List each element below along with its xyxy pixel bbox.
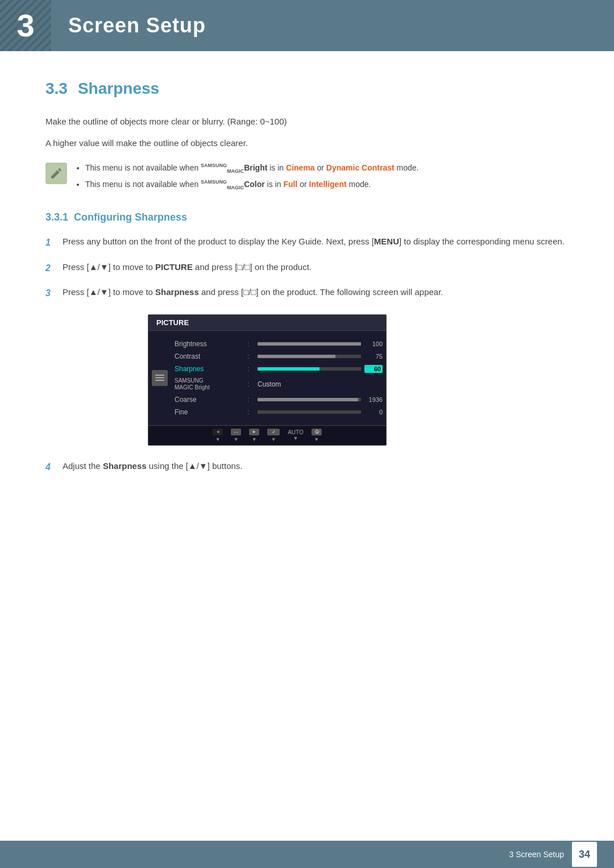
- osd-bar-magic-bright: Custom: [258, 380, 383, 388]
- intro-paragraph-1: Make the outline of objects more clear o…: [45, 115, 569, 128]
- osd-track-brightness: [258, 342, 361, 346]
- steps-list-2: 4 Adjust the Sharpness using the [▲/▼] b…: [45, 459, 569, 475]
- osd-label-fine: Fine: [175, 408, 243, 416]
- chapter-number-box: 3: [0, 0, 51, 51]
- osd-value-contrast: 75: [364, 353, 383, 360]
- footer-page-number: 34: [572, 842, 597, 867]
- osd-fill-contrast: [258, 355, 335, 358]
- svg-rect-2: [155, 380, 164, 381]
- subsection-number: 3.3.1: [45, 211, 68, 223]
- osd-track-contrast: [258, 355, 361, 358]
- osd-minus-icon: —: [231, 429, 241, 435]
- osd-bar-sharpness: 60: [258, 365, 383, 373]
- osd-bar-contrast: 75: [258, 353, 383, 360]
- osd-left-icon: [148, 335, 171, 421]
- osd-plus-icon: ►: [249, 429, 259, 435]
- step-4: 4 Adjust the Sharpness using the [▲/▼] b…: [45, 459, 569, 475]
- section-heading: 3.3 Sharpness: [45, 80, 569, 98]
- osd-body: Brightness : 100 Contrast :: [148, 331, 386, 425]
- osd-value-fine: 0: [364, 409, 383, 416]
- osd-btn-back: ◄ ▼: [213, 429, 223, 442]
- osd-enter-icon: ↲: [267, 429, 280, 435]
- chapter-number: 3: [16, 10, 34, 41]
- step-2: 2 Press [▲/▼] to move to PICTURE and pre…: [45, 260, 569, 276]
- osd-text-magic-bright: Custom: [258, 380, 281, 388]
- osd-row-contrast: Contrast : 75: [175, 350, 383, 363]
- svg-rect-0: [155, 375, 164, 376]
- note-icon: [45, 163, 67, 184]
- osd-power-icon: ⏻: [312, 429, 322, 435]
- osd-track-coarse: [258, 398, 361, 401]
- step-1: 1 Press any button on the front of the p…: [45, 235, 569, 250]
- step-1-text: Press any button on the front of the pro…: [63, 235, 569, 248]
- step-4-text: Adjust the Sharpness using the [▲/▼] but…: [63, 459, 569, 473]
- page-footer: 3 Screen Setup 34: [0, 841, 614, 868]
- section-title: Sharpness: [78, 80, 159, 98]
- step-2-num: 2: [45, 261, 63, 276]
- step-2-text: Press [▲/▼] to move to PICTURE and press…: [63, 260, 569, 274]
- osd-menu-icon: [152, 370, 168, 386]
- osd-track-sharpness: [258, 367, 361, 371]
- section-number: 3.3: [45, 80, 68, 98]
- header-banner: 3 Screen Setup: [0, 0, 614, 51]
- osd-rows: Brightness : 100 Contrast :: [171, 335, 386, 421]
- osd-screen: PICTURE Brightness :: [148, 314, 387, 446]
- note-item-2: This menu is not available when SAMSUNGM…: [85, 178, 418, 192]
- osd-screenshot: PICTURE Brightness :: [148, 314, 387, 446]
- osd-btn-plus: ► ▼: [249, 429, 259, 442]
- osd-title: PICTURE: [148, 315, 386, 331]
- osd-track-fine: [258, 410, 361, 414]
- note-box: This menu is not available when SAMSUNGM…: [45, 161, 569, 194]
- step-3-text: Press [▲/▼] to move to Sharpness and pre…: [63, 285, 569, 299]
- steps-list: 1 Press any button on the front of the p…: [45, 235, 569, 301]
- intro-paragraph-2: A higher value will make the outline of …: [45, 136, 569, 150]
- note-item-1: This menu is not available when SAMSUNGM…: [85, 161, 418, 176]
- main-content: 3.3 Sharpness Make the outline of object…: [0, 51, 614, 530]
- note-list: This menu is not available when SAMSUNGM…: [75, 161, 418, 194]
- osd-bar-fine: 0: [258, 409, 383, 416]
- osd-row-magic-bright: SAMSUNGMAGIC Bright : Custom: [175, 375, 383, 393]
- step-4-num: 4: [45, 460, 63, 475]
- svg-rect-1: [155, 377, 164, 378]
- osd-bar-brightness: 100: [258, 340, 383, 347]
- step-3: 3 Press [▲/▼] to move to Sharpness and p…: [45, 285, 569, 301]
- osd-value-sharpness: 60: [364, 365, 383, 373]
- osd-value-brightness: 100: [364, 340, 383, 347]
- osd-btn-enter: ↲ ▼: [267, 429, 280, 442]
- osd-bar-coarse: 1936: [258, 396, 383, 403]
- step-3-num: 3: [45, 286, 63, 301]
- osd-fill-brightness: [258, 342, 361, 346]
- osd-label-sharpness: Sharpnes: [175, 365, 243, 373]
- osd-btn-auto: AUTO ▼: [288, 429, 304, 441]
- osd-btn-power: ⏻ ▼: [312, 429, 322, 442]
- osd-btn-minus: — ▼: [231, 429, 241, 442]
- osd-row-sharpness: Sharpnes : 60: [175, 363, 383, 375]
- osd-label-coarse: Coarse: [175, 396, 243, 404]
- osd-label-brightness: Brightness: [175, 340, 243, 348]
- osd-row-fine: Fine : 0: [175, 406, 383, 418]
- osd-label-contrast: Contrast: [175, 352, 243, 360]
- osd-row-coarse: Coarse : 1936: [175, 393, 383, 406]
- osd-fill-coarse: [258, 398, 358, 401]
- osd-fill-sharpness: [258, 367, 320, 371]
- chapter-title: Screen Setup: [51, 14, 206, 38]
- step-1-num: 1: [45, 235, 63, 250]
- osd-footer: ◄ ▼ — ▼ ► ▼ ↲ ▼ AUTO ▼: [148, 425, 386, 445]
- osd-back-icon: ◄: [213, 429, 223, 435]
- osd-row-brightness: Brightness : 100: [175, 338, 383, 350]
- pencil-icon: [49, 167, 63, 180]
- subsection-title: Configuring Sharpness: [74, 211, 187, 223]
- osd-label-magic-bright: SAMSUNGMAGIC Bright: [175, 377, 243, 391]
- osd-value-coarse: 1936: [364, 396, 383, 403]
- footer-section-label: 3 Screen Setup: [509, 850, 564, 859]
- subsection-heading: 3.3.1Configuring Sharpness: [45, 211, 569, 223]
